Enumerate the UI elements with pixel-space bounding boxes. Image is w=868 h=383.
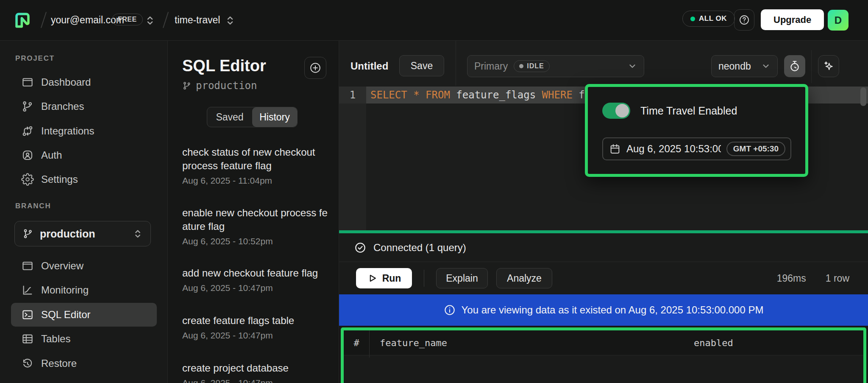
analyze-button[interactable]: Analyze [496,268,552,288]
sidebar-item-label: Branches [41,101,84,112]
query-meta: 196ms 1 row [777,273,849,284]
toolbar-divider [811,50,812,83]
new-query-button[interactable] [304,57,326,79]
check-circle-icon [354,242,366,254]
sidebar-item-settings[interactable]: Settings [11,168,157,191]
calendar-icon [609,143,621,155]
panel-branch-label: production [196,80,257,92]
history-item-date: Aug 6, 2025 - 10:52pm [182,236,333,246]
datetime-value: Aug 6, 2025 10:53:00.00 [626,143,721,155]
breadcrumb-slash [163,12,169,28]
query-tab-title[interactable]: Untitled [351,60,388,72]
sidebar-item-label: Overview [41,260,83,272]
sql-token: * [407,89,426,101]
line-number: 1 [339,87,366,103]
history-item[interactable]: add new checkout feature flag Aug 6, 202… [182,266,333,293]
history-item[interactable]: create feature flags table Aug 6, 2025 -… [182,314,333,341]
dashboard-icon [21,76,34,89]
toggle-knob [615,104,629,117]
time-travel-datetime-input[interactable]: Aug 6, 2025 10:53:00.00 GMT +05:30 [602,137,791,160]
breadcrumb-project[interactable]: time-travel [175,14,220,26]
timezone-badge: GMT +05:30 [726,142,785,156]
monitoring-icon [21,284,34,296]
history-item[interactable]: check status of new checkout process fea… [182,145,333,186]
run-button[interactable]: Run [356,268,412,288]
sql-code[interactable]: SELECT * FROM feature_flags WHERE fea [370,87,597,103]
sidebar-item-restore[interactable]: Restore [11,352,157,375]
tab-history[interactable]: History [252,107,297,127]
sidebar-item-label: Tables [41,333,70,345]
breadcrumb-slash [41,12,47,28]
restore-icon [21,357,34,370]
sidebar-item-tables[interactable]: Tables [11,327,157,351]
panel-title: SQL Editor [182,57,266,75]
save-button[interactable]: Save [399,55,444,76]
results-divider[interactable] [339,230,868,233]
tab-saved[interactable]: Saved [207,107,252,127]
upgrade-button[interactable]: Upgrade [761,9,824,30]
idle-dot-icon [519,64,523,68]
info-icon [444,304,456,316]
database-select[interactable]: neondb [711,55,778,77]
time-travel-banner: You are viewing data as it existed on Au… [339,294,868,326]
overview-icon [21,260,34,272]
sidebar-item-sql-editor[interactable]: SQL Editor [11,303,157,327]
history-item-title: create project database [182,361,333,375]
branch-select[interactable]: production [14,221,151,246]
time-travel-button[interactable] [784,55,805,77]
sql-token: WHERE [542,89,573,101]
compute-name: Primary [474,61,508,72]
status-label: ALL OK [699,14,727,23]
sql-token: FROM [426,89,450,101]
sql-editor-panel: SQL Editor production Saved History chec… [168,41,339,383]
account-switcher-chevron[interactable] [145,14,156,27]
results-table: # feature_name enabled 1 new_checkout_pr… [341,327,866,383]
sidebar-item-label: Restore [41,358,77,369]
sidebar-item-label: Settings [41,173,78,185]
sidebar-section-project: PROJECT [15,54,55,63]
history-item[interactable]: create project database Aug 6, 2025 - 10… [182,361,333,383]
editor-gutter [339,87,366,230]
history-item-date: Aug 6, 2025 - 10:47pm [182,283,333,293]
integrations-icon [21,125,34,137]
actions-divider [424,270,424,287]
sidebar-item-auth[interactable]: Auth [11,143,157,167]
status-dot-icon [690,17,695,21]
git-branch-icon [22,228,33,239]
sidebar-item-monitoring[interactable]: Monitoring [11,278,157,302]
sidebar-item-integrations[interactable]: Integrations [11,119,157,143]
project-switcher-chevron[interactable] [225,14,236,27]
sidebar-item-overview[interactable]: Overview [11,254,157,278]
compute-status-badge: IDLE [514,60,549,72]
history-item[interactable]: enable new checkout process feature flag… [182,206,333,246]
neon-logo[interactable] [13,10,32,30]
avatar[interactable]: D [828,10,849,31]
sidebar: PROJECT Dashboard Branches Integrations [0,41,168,383]
help-button[interactable] [734,9,754,31]
sql-token: feature_flags [450,89,542,101]
git-branch-icon [182,81,192,90]
time-travel-toggle-label: Time Travel Enabled [640,105,737,117]
sidebar-item-dashboard[interactable]: Dashboard [11,70,157,94]
connection-status: Connected (1 query) [373,242,466,254]
help-icon [738,14,750,26]
branch-select-value: production [40,228,126,240]
time-travel-toggle[interactable] [602,103,630,119]
compute-select[interactable]: Primary IDLE [467,55,644,77]
sidebar-item-label: Integrations [41,125,94,137]
sidebar-item-branches[interactable]: Branches [11,95,157,118]
top-bar: your@email.com FREE time-travel ALL OK U… [0,0,868,41]
plus-circle-icon [309,62,322,74]
system-status-pill[interactable]: ALL OK [682,11,735,27]
chevron-down-icon [761,62,771,71]
neon-logo-icon [13,10,32,30]
sql-editor-icon [21,308,34,321]
chevron-updown-icon [225,14,236,27]
ai-assist-button[interactable] [818,55,839,77]
auth-icon [21,149,34,162]
saved-history-tabs: Saved History [207,107,298,127]
explain-button[interactable]: Explain [436,268,488,288]
history-item-date: Aug 6, 2025 - 11:04pm [182,176,333,186]
toolbar-divider [456,41,456,86]
editor-scrollbar-thumb[interactable] [860,87,866,106]
